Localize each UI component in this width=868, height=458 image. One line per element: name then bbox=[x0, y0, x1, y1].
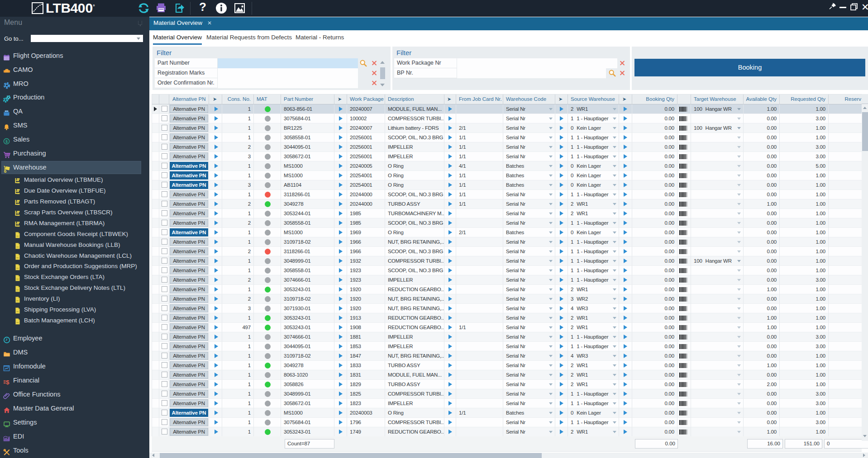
svg-text:$: $ bbox=[6, 379, 10, 386]
svg-text:$: $ bbox=[5, 139, 8, 144]
